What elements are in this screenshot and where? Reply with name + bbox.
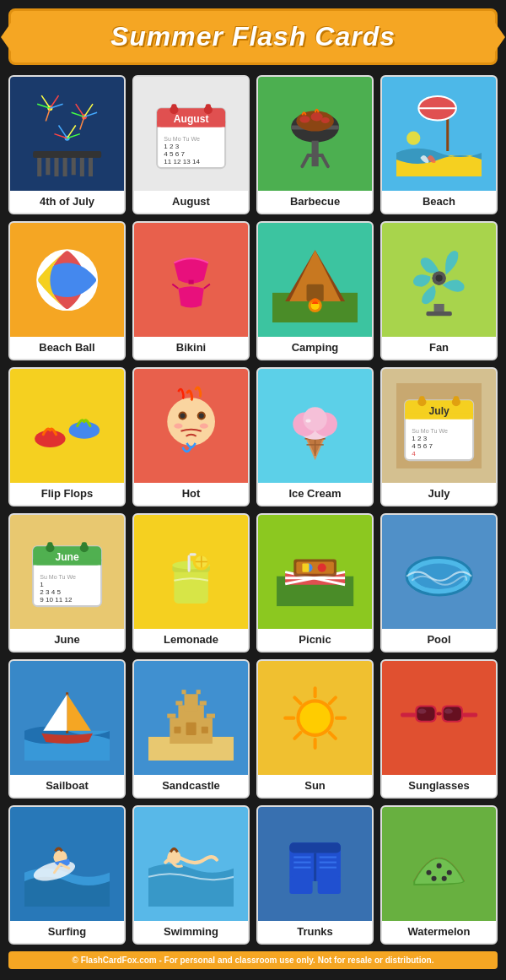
title-banner: Summer Flash Cards — [8, 8, 498, 65]
svg-point-84 — [199, 413, 204, 418]
card-watermelon: Watermelon — [380, 805, 498, 945]
card-image-watermelon — [382, 807, 496, 921]
svg-rect-180 — [417, 707, 434, 720]
svg-point-204 — [426, 870, 431, 875]
card-image-ice-cream — [258, 369, 372, 483]
svg-rect-19 — [37, 158, 41, 176]
card-bikini: Bikini — [132, 221, 250, 360]
svg-rect-139 — [296, 561, 334, 573]
card-label-beach-ball: Beach Ball — [10, 337, 124, 359]
card-label-picnic: Picnic — [258, 629, 372, 651]
svg-point-94 — [303, 407, 326, 430]
card-image-4th-of-july — [10, 77, 124, 191]
card-image-july: July Su Mo Tu We 1 2 3 4 5 6 7 4 — [382, 369, 496, 483]
card-june: June Su Mo Tu We 1 2 3 4 5 9 10 11 12 Ju… — [8, 513, 126, 652]
card-label-flip-flops: Flip Flops — [10, 483, 124, 505]
card-label-ice-cream: Ice Cream — [258, 483, 372, 505]
card-image-sunglasses — [382, 661, 496, 775]
svg-text:4  5  6  7: 4 5 6 7 — [412, 442, 433, 450]
card-surfing: Surfing — [8, 805, 126, 945]
svg-rect-23 — [72, 158, 76, 175]
card-label-barbecue: Barbecue — [258, 191, 372, 213]
card-label-bikini: Bikini — [134, 337, 248, 359]
card-image-trunks — [258, 807, 372, 921]
card-image-camping — [258, 223, 372, 337]
svg-text:11 12 13 14: 11 12 13 14 — [164, 158, 200, 165]
card-trunks: Trunks — [256, 805, 374, 945]
svg-point-182 — [417, 708, 426, 713]
svg-rect-174 — [396, 675, 482, 761]
card-image-pool — [382, 515, 496, 629]
card-beach: Beach — [380, 75, 498, 214]
card-label-july: July — [382, 483, 496, 505]
svg-rect-75 — [426, 311, 451, 316]
svg-rect-179 — [436, 712, 441, 715]
page: Summer Flash Cards — [0, 0, 506, 977]
card-image-sailboat — [10, 661, 124, 775]
card-image-beach-ball — [10, 223, 124, 337]
svg-text:August: August — [174, 113, 209, 125]
card-image-barbecue — [258, 77, 372, 191]
card-hot: Hot — [132, 367, 250, 506]
svg-point-86 — [200, 423, 208, 428]
page-title: Summer Flash Cards — [110, 21, 396, 51]
card-label-surfing: Surfing — [10, 921, 124, 943]
svg-rect-176 — [462, 712, 477, 717]
svg-text:1  2  3: 1 2 3 — [164, 143, 180, 150]
card-image-surfing — [10, 807, 124, 921]
svg-rect-155 — [207, 713, 215, 717]
card-label-pool: Pool — [382, 629, 496, 651]
card-label-august: August — [134, 191, 248, 213]
svg-rect-130 — [187, 555, 190, 571]
svg-point-48 — [310, 112, 322, 121]
card-image-bikini — [134, 223, 248, 337]
svg-rect-160 — [186, 723, 196, 735]
card-ice-cream: Ice Cream — [256, 367, 374, 506]
card-july: July Su Mo Tu We 1 2 3 4 5 6 7 4 July — [380, 367, 498, 506]
svg-text:Su Mo Tu We: Su Mo Tu We — [164, 136, 200, 143]
svg-point-80 — [167, 398, 215, 446]
card-swimming: Swimming — [132, 805, 250, 945]
svg-rect-195 — [289, 877, 312, 894]
card-image-lemonade — [134, 515, 248, 629]
card-sunglasses: Sunglasses — [380, 659, 498, 799]
card-4th-of-july: 4th of July — [8, 75, 126, 214]
svg-rect-181 — [444, 707, 461, 720]
card-picnic: Picnic — [256, 513, 374, 652]
card-image-swimming — [134, 807, 248, 921]
card-image-beach — [382, 77, 496, 191]
card-august: August Su Mo Tu We 1 2 3 4 5 6 7 11 12 1… — [132, 75, 250, 214]
svg-text:1: 1 — [40, 581, 44, 588]
svg-rect-142 — [302, 563, 309, 571]
svg-point-208 — [442, 876, 447, 881]
card-image-sun — [258, 661, 372, 775]
svg-rect-175 — [401, 712, 416, 717]
svg-rect-116 — [47, 542, 52, 550]
svg-point-73 — [435, 274, 442, 281]
svg-rect-157 — [200, 701, 207, 705]
card-label-trunks: Trunks — [258, 921, 372, 943]
card-label-june: June — [10, 629, 124, 651]
card-label-swimming: Swimming — [134, 921, 248, 943]
card-sandcastle: Sandcastle — [132, 659, 250, 799]
card-sailboat: Sailboat — [8, 659, 126, 799]
card-label-lemonade: Lemonade — [134, 629, 248, 651]
card-fan: Fan — [380, 221, 498, 360]
svg-rect-104 — [454, 396, 459, 404]
svg-point-205 — [436, 863, 441, 868]
svg-point-206 — [447, 870, 452, 875]
svg-text:4  5  6  7: 4 5 6 7 — [164, 150, 185, 158]
card-label-hot: Hot — [134, 483, 248, 505]
card-sun: Sun — [256, 659, 374, 799]
card-pool: Pool — [380, 513, 498, 652]
svg-rect-25 — [89, 158, 93, 176]
svg-text:9 10 11 12: 9 10 11 12 — [40, 596, 73, 604]
svg-rect-34 — [206, 104, 211, 112]
svg-point-183 — [444, 708, 453, 713]
svg-rect-158 — [181, 690, 186, 694]
svg-rect-33 — [171, 104, 176, 112]
card-label-sunglasses: Sunglasses — [382, 775, 496, 797]
svg-rect-123 — [174, 567, 208, 604]
svg-rect-22 — [62, 158, 67, 176]
card-flip-flops: Flip Flops — [8, 367, 126, 506]
